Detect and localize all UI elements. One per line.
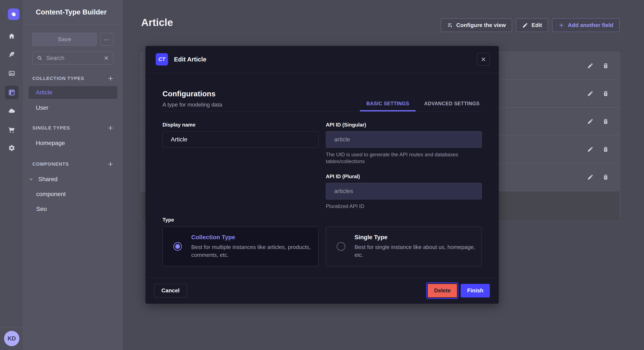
close-icon [481,57,486,62]
sidebar-item-label: User [36,104,48,111]
sidebar-item-label: Article [36,89,52,96]
add-collection-type-icon[interactable] [107,75,114,82]
edit-label: Edit [532,22,542,28]
tab-advanced-settings[interactable]: ADVANCED SETTINGS [422,101,482,111]
collection-types-header: COLLECTION TYPES [32,76,84,81]
option-title: Single Type [354,234,478,241]
api-id-singular-label: API ID (Singular) [326,122,482,128]
display-name-input[interactable] [162,131,318,148]
content-type-builder-nav-active[interactable] [5,86,18,99]
api-id-singular-input[interactable] [326,131,482,148]
home-icon[interactable] [8,32,15,40]
layout-icon [8,89,15,96]
delete-field-icon[interactable] [602,62,609,69]
display-name-label: Display name [162,122,318,128]
close-modal-button[interactable] [477,53,490,66]
content-manager-icon[interactable] [8,51,15,58]
settings-gear-icon[interactable] [8,144,15,152]
option-collection-type[interactable]: Collection Type Best for multiple instan… [162,227,318,266]
badge-label: CT [158,56,165,62]
api-id-plural-input[interactable] [326,183,482,199]
save-button-label: Save [58,36,71,43]
components-header: COMPONENTS [32,161,69,167]
delete-label: Delete [434,287,451,294]
add-component-icon[interactable] [107,161,114,167]
media-library-icon[interactable] [8,70,15,77]
api-id-fields: API ID (Singular) The UID is used to gen… [326,122,482,210]
pencil-icon [522,22,528,28]
modal-footer: Cancel Delete Finish [146,277,499,304]
finish-label: Finish [467,287,484,294]
section-title: Configurations [162,90,222,98]
save-button[interactable]: Save [32,33,97,46]
edit-field-icon[interactable] [587,174,594,180]
delete-field-icon[interactable] [602,118,609,125]
group-label: Shared [38,176,58,183]
tab-basic-settings[interactable]: BASIC SETTINGS [360,101,416,111]
type-label: Type [162,217,482,223]
add-field-label: Add another field [568,22,613,28]
strapi-logo-icon [10,11,17,18]
edit-field-icon[interactable] [587,118,594,125]
sidebar-header: Content-Type Builder [24,0,122,24]
api-id-plural-helper: Pluralized API ID [326,203,471,210]
modal-title: Edit Article [174,56,206,63]
configurations-header-row: Configurations A type for modeling data … [162,90,482,112]
configurations-block: Configurations A type for modeling data [162,90,222,111]
strapi-logo[interactable] [8,8,20,20]
add-another-field-button[interactable]: Add another field [552,18,620,32]
sidebar-item-user[interactable]: User [36,101,48,114]
cancel-label: Cancel [162,287,180,294]
chevron-down-icon [28,177,34,182]
sidebar-item-homepage[interactable]: Homepage [36,137,65,150]
clear-search-icon[interactable] [104,55,109,61]
cancel-button[interactable]: Cancel [154,284,187,298]
edit-button[interactable]: Edit [516,18,548,32]
delete-field-icon[interactable] [602,174,609,180]
api-id-plural-label: API ID (Plural) [326,174,482,179]
edit-field-icon[interactable] [587,62,594,69]
sidebar-item-component[interactable]: component [36,188,66,200]
section-subtitle: A type for modeling data [162,101,222,111]
ellipsis-icon: ··· [104,36,110,43]
configure-view-label: Configure the view [456,22,506,28]
cloud-icon[interactable] [8,107,15,114]
sidebar-item-label: Homepage [36,140,65,147]
configure-list-icon [447,22,453,28]
configuration-form: Display name API ID (Singular) The UID i… [162,122,482,210]
edit-article-modal: CT Edit Article Configurations A type fo… [146,46,499,304]
sidebar-item-label: Seo [36,206,47,212]
page-title: Article [141,16,173,28]
add-single-type-icon[interactable] [107,125,114,131]
single-types-header: SINGLE TYPES [32,125,70,131]
header-actions: Configure the view Edit Add another fiel… [441,18,620,32]
search-input[interactable] [46,55,100,61]
marketplace-cart-icon[interactable] [8,126,15,133]
option-single-type[interactable]: Single Type Best for single instance lik… [326,227,482,266]
edit-field-icon[interactable] [587,90,594,97]
modal-body: Configurations A type for modeling data … [146,73,499,277]
plus-icon [558,22,564,28]
delete-field-icon[interactable] [602,90,609,97]
type-options: Collection Type Best for multiple instan… [162,227,482,266]
configure-view-button[interactable]: Configure the view [441,18,512,32]
radio-selected-icon[interactable] [173,242,182,251]
sidebar-item-seo[interactable]: Seo [36,203,47,215]
rail-divider [0,328,24,328]
delete-field-icon[interactable] [602,146,609,153]
content-type-builder-sidebar: Content-Type Builder Save ··· COLLECTION… [24,0,122,350]
display-name-field: Display name [162,122,318,210]
sidebar-item-label: component [36,191,66,197]
edit-field-icon[interactable] [587,146,594,153]
user-avatar[interactable]: KD [4,331,20,346]
finish-button[interactable]: Finish [461,284,490,298]
delete-button[interactable]: Delete [428,284,457,298]
footer-right-actions: Delete Finish [426,282,490,299]
search-box[interactable] [32,52,113,64]
search-icon [37,55,42,61]
option-description: Best for multiple instances like article… [191,243,315,259]
component-group-shared[interactable]: Shared [28,174,58,185]
more-actions-button[interactable]: ··· [100,33,113,46]
sidebar-item-article[interactable]: Article [28,86,117,99]
radio-unselected-icon[interactable] [337,242,345,251]
